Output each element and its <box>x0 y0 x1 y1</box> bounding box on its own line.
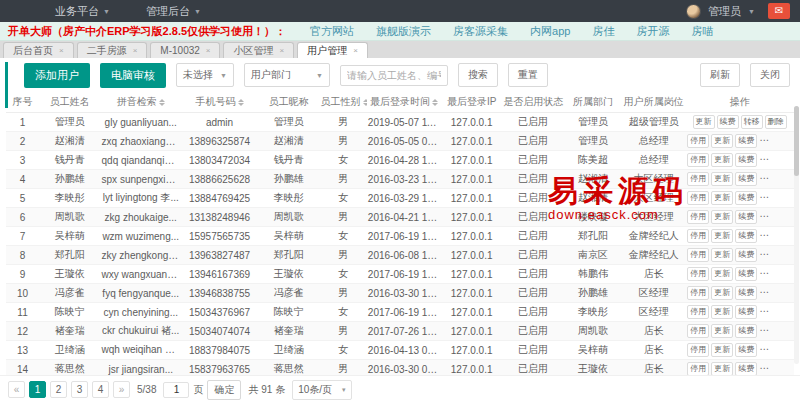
op-button-删除[interactable]: 删除 <box>783 362 794 376</box>
pc-review-button[interactable]: 电脑审核 <box>100 63 166 88</box>
close-icon[interactable]: × <box>279 46 284 55</box>
op-button-删除[interactable]: 删除 <box>783 210 794 224</box>
op-button-续费[interactable]: 续费 <box>735 286 757 300</box>
op-button-停用[interactable]: 停用 <box>687 248 709 262</box>
sort-icon[interactable] <box>159 99 165 106</box>
tab-后台首页[interactable]: 后台首页× <box>3 42 74 58</box>
op-button-删除[interactable]: 删除 <box>783 305 794 319</box>
status-select[interactable]: 未选择 ▼ <box>176 63 234 87</box>
announcement-link[interactable]: 官方网站 <box>310 24 354 39</box>
column-header-手机号码[interactable]: 手机号码 <box>181 92 258 113</box>
user-name[interactable]: 管理员 <box>708 4 741 19</box>
op-button-续费[interactable]: 续费 <box>717 115 739 129</box>
op-button-停用[interactable]: 停用 <box>687 153 709 167</box>
op-button-更新[interactable]: 更新 <box>711 286 733 300</box>
op-button-停用[interactable]: 停用 <box>687 229 709 243</box>
search-button[interactable]: 搜索 <box>458 63 498 87</box>
op-button-停用[interactable]: 停用 <box>687 324 709 338</box>
op-button-续费[interactable]: 续费 <box>735 343 757 357</box>
op-button-删除[interactable]: 删除 <box>783 343 794 357</box>
op-button-删除[interactable]: 删除 <box>783 286 794 300</box>
nav-menu-业务平台[interactable]: 业务平台▼ <box>55 4 110 19</box>
tab-小区管理[interactable]: 小区管理× <box>223 42 294 58</box>
op-button-更新[interactable]: 更新 <box>711 153 733 167</box>
tab-M-10032[interactable]: M-10032× <box>150 42 220 58</box>
announcement-link[interactable]: 房开源 <box>636 24 669 39</box>
op-button-删除[interactable]: 删除 <box>783 229 794 243</box>
op-button-停用[interactable]: 停用 <box>687 362 709 376</box>
page-jump-input[interactable] <box>163 382 189 398</box>
op-button-续费[interactable]: 续费 <box>735 153 757 167</box>
close-icon[interactable]: × <box>353 46 358 55</box>
op-button-删除[interactable]: 删除 <box>783 172 794 186</box>
close-icon[interactable]: × <box>133 46 138 55</box>
op-button-停用[interactable]: 停用 <box>687 267 709 281</box>
page-button-3[interactable]: 3 <box>71 381 88 398</box>
add-user-button[interactable]: 添加用户 <box>24 63 90 88</box>
column-header-员工性别[interactable]: 员工性别 <box>320 92 367 113</box>
op-button-续费[interactable]: 续费 <box>735 324 757 338</box>
envelope-icon[interactable]: ✉ <box>768 3 790 19</box>
op-button-停用[interactable]: 停用 <box>687 305 709 319</box>
department-select[interactable]: 用户部门 ▼ <box>244 63 330 87</box>
op-button-停用[interactable]: 停用 <box>687 134 709 148</box>
close-icon[interactable]: × <box>59 46 64 55</box>
tab-二手房源[interactable]: 二手房源× <box>77 42 148 58</box>
op-button-更新[interactable]: 更新 <box>693 115 715 129</box>
announcement-link[interactable]: 旗舰版演示 <box>376 24 431 39</box>
op-button-删除[interactable]: 删除 <box>783 248 794 262</box>
refresh-button[interactable]: 刷新 <box>700 63 740 87</box>
next-page-button[interactable]: » <box>113 381 130 398</box>
op-button-续费[interactable]: 续费 <box>735 267 757 281</box>
tab-用户管理[interactable]: 用户管理× <box>297 42 368 58</box>
op-button-更新[interactable]: 更新 <box>711 305 733 319</box>
reset-button[interactable]: 重置 <box>508 63 548 87</box>
op-button-更新[interactable]: 更新 <box>711 134 733 148</box>
sort-icon[interactable] <box>432 99 438 106</box>
op-button-停用[interactable]: 停用 <box>687 191 709 205</box>
op-button-续费[interactable]: 续费 <box>735 229 757 243</box>
op-button-删除[interactable]: 删除 <box>783 134 794 148</box>
op-button-停用[interactable]: 停用 <box>687 210 709 224</box>
close-button[interactable]: 关闭 <box>750 63 790 87</box>
op-button-更新[interactable]: 更新 <box>711 324 733 338</box>
op-button-删除[interactable]: 删除 <box>783 191 794 205</box>
op-button-续费[interactable]: 续费 <box>735 172 757 186</box>
op-button-停用[interactable]: 停用 <box>687 286 709 300</box>
sort-icon[interactable] <box>238 99 244 106</box>
op-button-更新[interactable]: 更新 <box>711 210 733 224</box>
scrollbar-thumb[interactable] <box>794 106 799 176</box>
op-button-删除[interactable]: 删除 <box>783 153 794 167</box>
op-button-更新[interactable]: 更新 <box>711 172 733 186</box>
page-size-select[interactable]: 10条/页 ▾ <box>292 380 351 400</box>
column-header-拼音检索[interactable]: 拼音检索 <box>101 92 181 113</box>
op-button-更新[interactable]: 更新 <box>711 362 733 376</box>
op-button-删除[interactable]: 删除 <box>783 324 794 338</box>
op-button-删除[interactable]: 删除 <box>783 267 794 281</box>
page-button-2[interactable]: 2 <box>50 381 67 398</box>
op-button-续费[interactable]: 续费 <box>735 210 757 224</box>
avatar[interactable] <box>686 4 701 19</box>
op-button-停用[interactable]: 停用 <box>687 172 709 186</box>
op-button-续费[interactable]: 续费 <box>735 248 757 262</box>
op-button-更新[interactable]: 更新 <box>711 229 733 243</box>
search-input[interactable] <box>340 65 448 86</box>
op-button-更新[interactable]: 更新 <box>711 191 733 205</box>
announcement-link[interactable]: 内网app <box>530 24 570 39</box>
prev-page-button[interactable]: « <box>8 381 25 398</box>
op-button-删除[interactable]: 删除 <box>765 115 787 129</box>
close-icon[interactable]: × <box>206 46 211 55</box>
announcement-link[interactable]: 房喵 <box>691 24 713 39</box>
sort-icon[interactable] <box>363 99 367 106</box>
column-header-是否启用状态[interactable]: 是否启用状态 <box>502 92 563 113</box>
op-button-更新[interactable]: 更新 <box>711 343 733 357</box>
page-confirm-button[interactable]: 确定 <box>207 380 241 400</box>
op-button-续费[interactable]: 续费 <box>735 305 757 319</box>
announcement-link[interactable]: 房佳 <box>592 24 614 39</box>
op-button-更新[interactable]: 更新 <box>711 267 733 281</box>
op-button-续费[interactable]: 续费 <box>735 134 757 148</box>
op-button-转移[interactable]: 转移 <box>741 115 763 129</box>
op-button-续费[interactable]: 续费 <box>735 362 757 376</box>
op-button-停用[interactable]: 停用 <box>687 343 709 357</box>
op-button-续费[interactable]: 续费 <box>735 191 757 205</box>
